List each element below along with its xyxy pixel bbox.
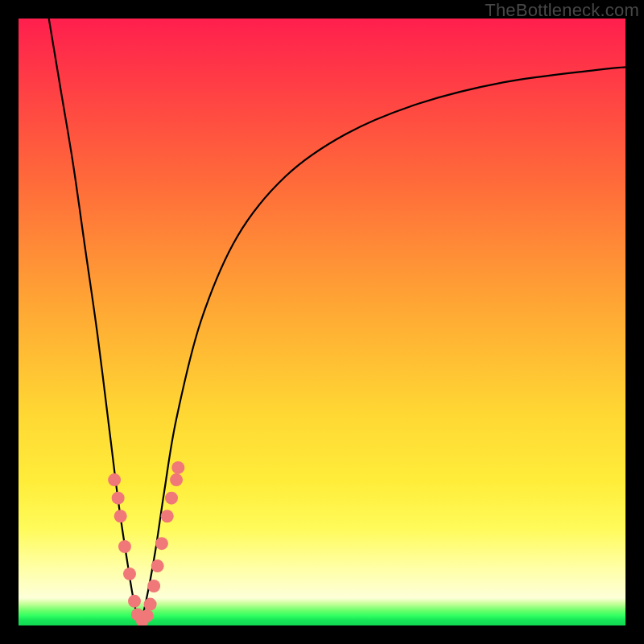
data-marker — [114, 510, 127, 522]
bottleneck-curve — [49, 19, 625, 622]
data-marker — [128, 595, 141, 608]
data-marker — [141, 609, 154, 622]
data-marker — [165, 492, 178, 505]
data-marker — [112, 492, 125, 505]
chart-svg — [19, 19, 625, 625]
plot-area — [19, 19, 625, 625]
data-marker — [171, 461, 184, 474]
data-marker — [123, 568, 136, 580]
data-marker — [161, 510, 174, 522]
data-marker — [170, 473, 183, 486]
data-marker — [118, 540, 131, 553]
attribution-label: TheBottleneck.com — [485, 0, 639, 21]
data-marker — [147, 580, 160, 592]
data-markers — [108, 461, 184, 625]
data-marker — [155, 537, 168, 550]
data-marker — [144, 598, 157, 611]
data-marker — [151, 559, 164, 572]
chart-frame: TheBottleneck.com — [0, 0, 644, 644]
data-marker — [108, 473, 121, 486]
